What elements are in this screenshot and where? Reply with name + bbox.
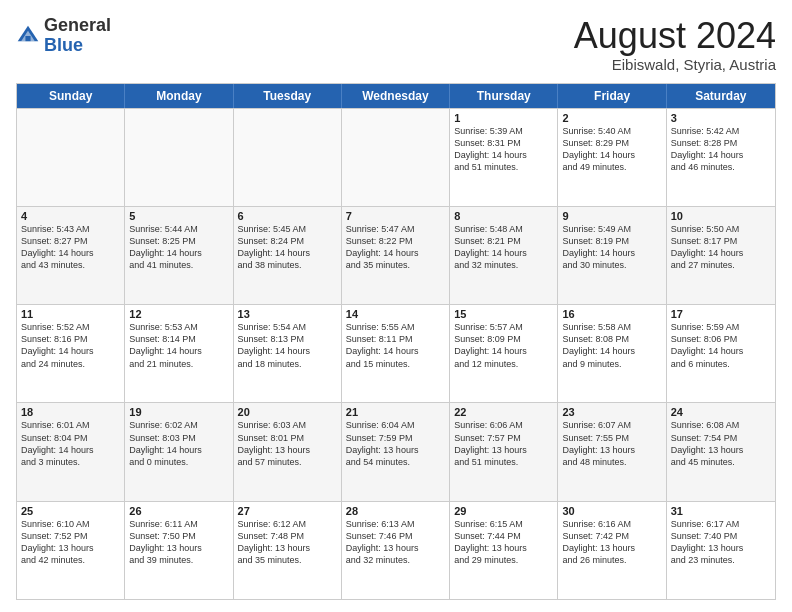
header-day-monday: Monday (125, 84, 233, 108)
day-cell-21: 21Sunrise: 6:04 AM Sunset: 7:59 PM Dayli… (342, 403, 450, 500)
day-number: 5 (129, 210, 228, 222)
logo-general-text: General (44, 15, 111, 35)
day-info: Sunrise: 6:01 AM Sunset: 8:04 PM Dayligh… (21, 419, 120, 468)
day-cell-15: 15Sunrise: 5:57 AM Sunset: 8:09 PM Dayli… (450, 305, 558, 402)
day-cell-23: 23Sunrise: 6:07 AM Sunset: 7:55 PM Dayli… (558, 403, 666, 500)
day-cell-26: 26Sunrise: 6:11 AM Sunset: 7:50 PM Dayli… (125, 502, 233, 599)
cal-week-3: 11Sunrise: 5:52 AM Sunset: 8:16 PM Dayli… (17, 304, 775, 402)
day-info: Sunrise: 6:02 AM Sunset: 8:03 PM Dayligh… (129, 419, 228, 468)
day-number: 22 (454, 406, 553, 418)
day-cell-29: 29Sunrise: 6:15 AM Sunset: 7:44 PM Dayli… (450, 502, 558, 599)
day-info: Sunrise: 6:16 AM Sunset: 7:42 PM Dayligh… (562, 518, 661, 567)
day-number: 27 (238, 505, 337, 517)
day-cell-19: 19Sunrise: 6:02 AM Sunset: 8:03 PM Dayli… (125, 403, 233, 500)
day-cell-28: 28Sunrise: 6:13 AM Sunset: 7:46 PM Dayli… (342, 502, 450, 599)
day-info: Sunrise: 5:52 AM Sunset: 8:16 PM Dayligh… (21, 321, 120, 370)
day-info: Sunrise: 6:04 AM Sunset: 7:59 PM Dayligh… (346, 419, 445, 468)
title-block: August 2024 Eibiswald, Styria, Austria (574, 16, 776, 73)
day-number: 15 (454, 308, 553, 320)
svg-rect-2 (25, 36, 30, 41)
day-info: Sunrise: 5:50 AM Sunset: 8:17 PM Dayligh… (671, 223, 771, 272)
day-cell-24: 24Sunrise: 6:08 AM Sunset: 7:54 PM Dayli… (667, 403, 775, 500)
day-number: 20 (238, 406, 337, 418)
day-cell-11: 11Sunrise: 5:52 AM Sunset: 8:16 PM Dayli… (17, 305, 125, 402)
day-cell-30: 30Sunrise: 6:16 AM Sunset: 7:42 PM Dayli… (558, 502, 666, 599)
cal-week-5: 25Sunrise: 6:10 AM Sunset: 7:52 PM Dayli… (17, 501, 775, 599)
empty-cell (125, 109, 233, 206)
day-cell-10: 10Sunrise: 5:50 AM Sunset: 8:17 PM Dayli… (667, 207, 775, 304)
day-number: 4 (21, 210, 120, 222)
day-info: Sunrise: 6:08 AM Sunset: 7:54 PM Dayligh… (671, 419, 771, 468)
empty-cell (17, 109, 125, 206)
day-info: Sunrise: 5:39 AM Sunset: 8:31 PM Dayligh… (454, 125, 553, 174)
header-day-thursday: Thursday (450, 84, 558, 108)
day-number: 19 (129, 406, 228, 418)
day-info: Sunrise: 5:53 AM Sunset: 8:14 PM Dayligh… (129, 321, 228, 370)
day-number: 6 (238, 210, 337, 222)
logo-icon (16, 24, 40, 48)
day-cell-27: 27Sunrise: 6:12 AM Sunset: 7:48 PM Dayli… (234, 502, 342, 599)
page: General Blue August 2024 Eibiswald, Styr… (0, 0, 792, 612)
day-number: 26 (129, 505, 228, 517)
logo-blue-text: Blue (44, 35, 83, 55)
day-info: Sunrise: 5:47 AM Sunset: 8:22 PM Dayligh… (346, 223, 445, 272)
day-cell-4: 4Sunrise: 5:43 AM Sunset: 8:27 PM Daylig… (17, 207, 125, 304)
day-number: 29 (454, 505, 553, 517)
day-info: Sunrise: 5:59 AM Sunset: 8:06 PM Dayligh… (671, 321, 771, 370)
day-number: 8 (454, 210, 553, 222)
day-number: 9 (562, 210, 661, 222)
day-info: Sunrise: 5:48 AM Sunset: 8:21 PM Dayligh… (454, 223, 553, 272)
day-info: Sunrise: 5:42 AM Sunset: 8:28 PM Dayligh… (671, 125, 771, 174)
day-number: 21 (346, 406, 445, 418)
day-cell-5: 5Sunrise: 5:44 AM Sunset: 8:25 PM Daylig… (125, 207, 233, 304)
day-cell-16: 16Sunrise: 5:58 AM Sunset: 8:08 PM Dayli… (558, 305, 666, 402)
day-number: 14 (346, 308, 445, 320)
day-cell-8: 8Sunrise: 5:48 AM Sunset: 8:21 PM Daylig… (450, 207, 558, 304)
day-number: 23 (562, 406, 661, 418)
day-number: 16 (562, 308, 661, 320)
day-cell-2: 2Sunrise: 5:40 AM Sunset: 8:29 PM Daylig… (558, 109, 666, 206)
day-info: Sunrise: 5:54 AM Sunset: 8:13 PM Dayligh… (238, 321, 337, 370)
day-info: Sunrise: 5:44 AM Sunset: 8:25 PM Dayligh… (129, 223, 228, 272)
location: Eibiswald, Styria, Austria (574, 56, 776, 73)
day-number: 1 (454, 112, 553, 124)
day-info: Sunrise: 5:57 AM Sunset: 8:09 PM Dayligh… (454, 321, 553, 370)
day-number: 24 (671, 406, 771, 418)
day-info: Sunrise: 5:40 AM Sunset: 8:29 PM Dayligh… (562, 125, 661, 174)
day-info: Sunrise: 6:03 AM Sunset: 8:01 PM Dayligh… (238, 419, 337, 468)
day-number: 12 (129, 308, 228, 320)
empty-cell (234, 109, 342, 206)
day-cell-22: 22Sunrise: 6:06 AM Sunset: 7:57 PM Dayli… (450, 403, 558, 500)
day-number: 13 (238, 308, 337, 320)
day-cell-6: 6Sunrise: 5:45 AM Sunset: 8:24 PM Daylig… (234, 207, 342, 304)
day-info: Sunrise: 6:10 AM Sunset: 7:52 PM Dayligh… (21, 518, 120, 567)
day-info: Sunrise: 5:45 AM Sunset: 8:24 PM Dayligh… (238, 223, 337, 272)
header-day-tuesday: Tuesday (234, 84, 342, 108)
day-number: 31 (671, 505, 771, 517)
day-cell-17: 17Sunrise: 5:59 AM Sunset: 8:06 PM Dayli… (667, 305, 775, 402)
header-day-saturday: Saturday (667, 84, 775, 108)
day-info: Sunrise: 6:12 AM Sunset: 7:48 PM Dayligh… (238, 518, 337, 567)
calendar: SundayMondayTuesdayWednesdayThursdayFrid… (16, 83, 776, 600)
day-number: 30 (562, 505, 661, 517)
calendar-body: 1Sunrise: 5:39 AM Sunset: 8:31 PM Daylig… (17, 108, 775, 599)
day-number: 18 (21, 406, 120, 418)
day-cell-31: 31Sunrise: 6:17 AM Sunset: 7:40 PM Dayli… (667, 502, 775, 599)
day-info: Sunrise: 6:06 AM Sunset: 7:57 PM Dayligh… (454, 419, 553, 468)
day-cell-25: 25Sunrise: 6:10 AM Sunset: 7:52 PM Dayli… (17, 502, 125, 599)
day-info: Sunrise: 5:58 AM Sunset: 8:08 PM Dayligh… (562, 321, 661, 370)
day-info: Sunrise: 6:17 AM Sunset: 7:40 PM Dayligh… (671, 518, 771, 567)
day-number: 11 (21, 308, 120, 320)
cal-week-2: 4Sunrise: 5:43 AM Sunset: 8:27 PM Daylig… (17, 206, 775, 304)
header: General Blue August 2024 Eibiswald, Styr… (16, 16, 776, 73)
day-number: 17 (671, 308, 771, 320)
day-cell-20: 20Sunrise: 6:03 AM Sunset: 8:01 PM Dayli… (234, 403, 342, 500)
day-cell-7: 7Sunrise: 5:47 AM Sunset: 8:22 PM Daylig… (342, 207, 450, 304)
header-day-wednesday: Wednesday (342, 84, 450, 108)
day-number: 10 (671, 210, 771, 222)
day-info: Sunrise: 6:07 AM Sunset: 7:55 PM Dayligh… (562, 419, 661, 468)
header-day-friday: Friday (558, 84, 666, 108)
day-cell-12: 12Sunrise: 5:53 AM Sunset: 8:14 PM Dayli… (125, 305, 233, 402)
day-info: Sunrise: 5:43 AM Sunset: 8:27 PM Dayligh… (21, 223, 120, 272)
day-cell-9: 9Sunrise: 5:49 AM Sunset: 8:19 PM Daylig… (558, 207, 666, 304)
